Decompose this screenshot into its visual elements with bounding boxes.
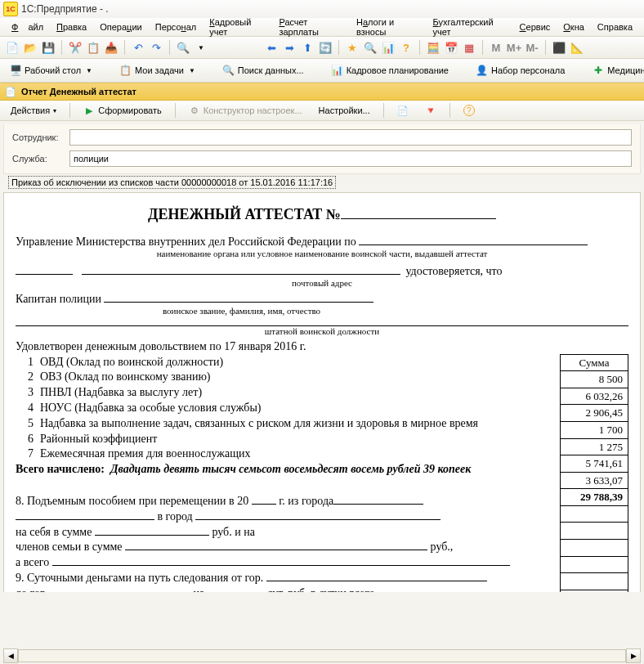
nav-desktop[interactable]: 🖥️Рабочий стол▼ [5,63,97,78]
report-icon: 📄 [5,87,16,97]
separator [449,103,450,118]
menu-edit[interactable]: Правка [51,20,92,34]
doc-title: ДЕНЕЖНЫЙ АТТЕСТАТ № [16,206,628,224]
actions-menu[interactable]: Действия▾ [5,104,62,117]
separator [338,40,339,55]
separator [69,103,70,118]
separator [383,103,384,118]
new-icon[interactable]: 📄 [5,40,20,55]
menu-windows[interactable]: Окна [558,20,589,34]
menu-taxes[interactable]: Налоги и взносы [351,16,425,38]
table-icon[interactable]: ▦ [462,40,476,55]
tasks-icon: 📋 [120,65,132,76]
separator [545,40,546,55]
m-plus-icon[interactable]: M+ [507,40,521,55]
org-line: Управление Министерства внутренних дел Р… [16,236,356,248]
menu-file[interactable]: Файл [7,20,48,34]
sum-table: Сумма 8 500 6 032,26 2 906,45 1 700 1 27… [560,354,628,592]
sum-total: 29 788,39 [561,489,628,506]
medical-icon: ✚ [593,65,604,76]
chart-icon: 📊 [332,65,343,76]
separator [124,40,125,55]
sum-cell: 1 700 [561,421,628,438]
nav-back-icon[interactable]: ⬅ [264,40,279,55]
menu-help[interactable]: Справка [593,20,637,34]
cut-icon[interactable]: ✂️ [68,40,83,55]
report-tab-label: Отчет Денежный аттестат [21,87,136,96]
tool2-button[interactable]: 🔻 [419,103,442,118]
main-toolbar: 📄 📂 💾 ✂️ 📋 📥 ↶ ↷ 🔍 ▼ ⬅ ➡ ⬆ 🔄 ★ 🔍 📊 ? 🧮 📅… [0,37,644,59]
nav-fwd-icon[interactable]: ➡ [282,40,297,55]
filter-icon: 🔻 [425,105,436,116]
gear-icon: ⚙ [189,105,200,116]
document-body: ДЕНЕЖНЫЙ АТТЕСТАТ № Управление Министерс… [3,192,641,592]
service-field[interactable]: полиции [69,150,632,167]
sum-cell: 1 275 [561,438,628,455]
separator [169,40,170,55]
redo-icon[interactable]: ↷ [149,40,163,55]
help-icon[interactable]: ? [399,40,414,55]
nav-up-icon[interactable]: ⬆ [300,40,315,55]
misc2-icon[interactable]: 📐 [570,40,584,55]
search-nav-icon: 🔍 [223,65,235,76]
refresh-icon[interactable]: 🔄 [318,40,333,55]
settings-button[interactable]: Настройки... [313,104,376,117]
nav-search[interactable]: 🔍Поиск данных... [218,63,309,78]
menu-personnel[interactable]: Персонал [150,20,202,34]
form-button[interactable]: ▶Сформировать [78,103,168,118]
sum-cell: 8 500 [561,371,628,388]
window-title: 1С:Предприятие - . [21,3,109,15]
help-action[interactable]: ? [458,103,481,118]
sum-cell: 6 032,26 [561,388,628,405]
employee-label: Сотрудник: [12,132,69,142]
dropdown-icon[interactable]: ▼ [194,40,208,55]
nav-bar: 🖥️Рабочий стол▼ 📋Мои задачи▼ 🔍Поиск данн… [0,59,644,83]
separator [175,103,176,118]
item-list: 1ОВД (Оклад по воинской должности) 2ОВЗ … [16,356,628,592]
constructor-button[interactable]: ⚙Конструктор настроек... [183,103,308,118]
sum-header: Сумма [561,354,628,371]
menu-service[interactable]: Сервис [515,20,556,34]
tool1-button[interactable]: 📄 [391,103,414,118]
order-link[interactable]: Приказ об исключении из списков части 00… [8,177,636,187]
service-label: Служба: [12,154,69,164]
m-minus-icon[interactable]: M- [525,40,539,55]
play-icon: ▶ [83,105,95,116]
report-icon[interactable]: 📊 [381,40,396,55]
menu-hr[interactable]: Кадровый учет [204,16,271,38]
sum-cell: 5 741,61 [561,455,628,473]
main-menu[interactable]: Файл Правка Операции Персонал Кадровый у… [0,18,644,37]
desktop-icon: 🖥️ [10,65,21,76]
search-icon[interactable]: 🔍 [176,40,190,55]
nav-planning[interactable]: 📊Кадровое планирование [327,63,454,78]
misc1-icon[interactable]: ⬛ [552,40,566,55]
calendar-icon[interactable]: 📅 [444,40,458,55]
filter-panel: Сотрудник: Служба: полиции [3,124,641,174]
menu-operations[interactable]: Операции [95,20,146,34]
actions-bar: Действия▾ ▶Сформировать ⚙Конструктор нас… [0,101,644,121]
calc-icon[interactable]: 🧮 [426,40,441,55]
sheet-icon: 📄 [397,105,409,116]
nav-medical[interactable]: ✚Медицинское страхование▼ [588,63,644,78]
addr-sub: почтовый адрес [16,278,628,289]
certifies-text: удостоверяется, что [406,265,503,277]
find-icon[interactable]: 🔍 [363,40,378,55]
separator [419,40,420,55]
undo-icon[interactable]: ↶ [131,40,145,55]
menu-salary[interactable]: Расчет зарплаты [274,16,348,38]
org-sub: наименование органа или условное наимено… [16,249,628,259]
m-icon[interactable]: M [489,40,503,55]
sum-cell: 2 906,45 [561,405,628,422]
save-icon[interactable]: 💾 [41,40,56,55]
nav-hiring[interactable]: 👤Набор персонала [472,63,570,78]
paste-icon[interactable]: 📥 [104,40,119,55]
rank-sub: воинское звание, фамилия, имя, отчество [16,306,628,316]
employee-field[interactable] [69,129,632,146]
separator [61,40,62,55]
open-icon[interactable]: 📂 [23,40,38,55]
star-icon[interactable]: ★ [345,40,360,55]
nav-tasks[interactable]: 📋Мои задачи▼ [115,63,200,78]
user-add-icon: 👤 [476,65,488,76]
menu-accounting[interactable]: Бухгалтерский учет [428,16,512,38]
copy-icon[interactable]: 📋 [86,40,101,55]
